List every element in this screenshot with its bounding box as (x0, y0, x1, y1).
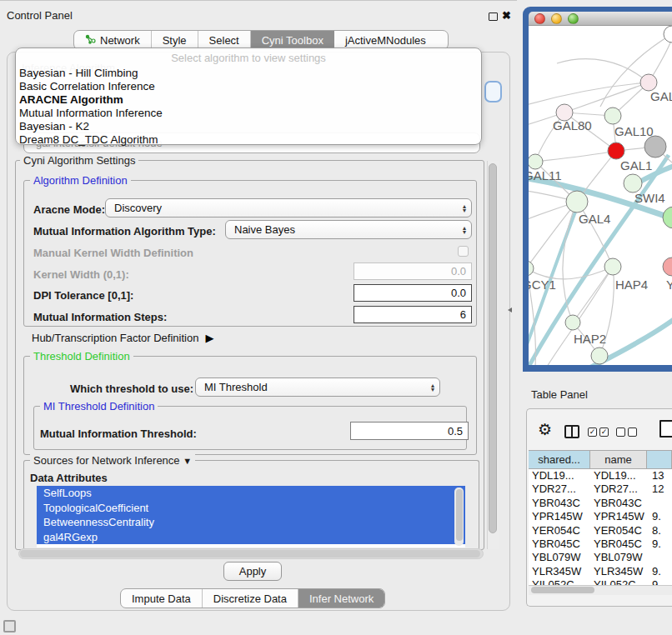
mi-algorithm-type-select[interactable]: Naive Bayes ▴▾ (225, 220, 472, 239)
tab-network[interactable]: Network (74, 31, 152, 49)
tab-discretize-data[interactable]: Discretize Data (203, 589, 298, 608)
dpi-tolerance-field[interactable]: 0.0 (354, 284, 472, 302)
column-layout-icon[interactable] (564, 425, 579, 438)
kernel-width-field[interactable]: 0.0 (354, 262, 472, 280)
gray-edge[interactable] (557, 59, 649, 82)
unchecked-checkbox-icon[interactable] (628, 428, 637, 437)
algorithm-option-mutual-information-inference[interactable]: Mutual Information Inference (19, 107, 478, 120)
table-row[interactable]: YDR27...YDR27...12 (529, 482, 672, 496)
network-node-gcy1[interactable] (529, 261, 534, 276)
table-row[interactable]: YIL052CYIL052C9. (529, 578, 672, 585)
apply-button[interactable]: Apply (223, 562, 282, 581)
table-cell: 8. (647, 524, 672, 538)
checked-checkbox-icon[interactable]: ✓ (599, 428, 609, 437)
node-label: HAP4 (615, 278, 648, 292)
network-node-y[interactable] (663, 258, 672, 276)
table-body[interactable]: YDL19...YDL19...13YDR27...YDR27...12YBR0… (529, 469, 672, 585)
table-header-row[interactable]: shared...name (529, 450, 672, 469)
table-cell: 9. (647, 565, 672, 578)
tab-infer-network[interactable]: Infer Network (298, 589, 384, 608)
settings-horizontal-scrollbar-thumb[interactable] (20, 550, 480, 558)
table-row[interactable]: YPR145WYPR145W9. (529, 510, 672, 523)
expand-right-icon: ▶ (205, 332, 213, 344)
kernel-width-label: Kernel Width (0,1): (33, 268, 129, 281)
algorithm-option-basic-correlation-inference[interactable]: Basic Correlation Inference (19, 80, 478, 93)
network-node-hap4[interactable] (604, 258, 621, 275)
table-cell: 9. (647, 578, 672, 585)
tab-cyni-toolbox[interactable]: Cyni Toolbox (251, 31, 334, 49)
data-attributes-list[interactable]: SelfLoopsTopologicalCoefficientBetweenne… (37, 486, 465, 548)
table-row[interactable]: YBL079WYBL079W (529, 551, 672, 564)
network-node-gal1[interactable] (608, 142, 624, 159)
window-zoom-icon[interactable] (568, 13, 579, 24)
gray-edge[interactable] (535, 151, 616, 162)
network-node[interactable] (591, 348, 608, 364)
table-row[interactable]: YER054CYER054C8. (529, 524, 672, 538)
manual-kernel-width-checkbox[interactable] (458, 246, 469, 257)
mi-threshold-field[interactable]: 0.5 (350, 422, 469, 440)
tab-select[interactable]: Select (198, 31, 251, 49)
checked-checkbox-icon[interactable]: ✓ (588, 428, 597, 437)
tab-style[interactable]: Style (152, 31, 198, 49)
algorithm-dropdown-popup: Select algorithm to view settings Bayesi… (15, 48, 482, 145)
table-cell: YLR345W (529, 565, 590, 578)
algorithm-option-bayesian-hill-climbing[interactable]: Bayesian - Hill Climbing (19, 67, 478, 80)
tab-jactivemnodules[interactable]: jActiveMNodules (334, 31, 437, 49)
network-node[interactable] (644, 136, 666, 158)
attribute-item-topologicalcoefficient[interactable]: TopologicalCoefficient (37, 501, 465, 516)
table-cell: 12 (647, 482, 672, 496)
unchecked-checkbox-icon[interactable] (616, 428, 625, 437)
table-row[interactable]: YLR345WYLR345W9. (529, 565, 672, 578)
settings-vertical-scrollbar-thumb[interactable] (489, 163, 497, 533)
gray-edge[interactable] (529, 202, 577, 268)
network-node-hap2[interactable] (565, 315, 580, 330)
column-header-partial[interactable] (647, 451, 672, 468)
gray-edge[interactable] (529, 82, 649, 107)
aracne-mode-select[interactable]: Discovery ▴▾ (105, 198, 472, 218)
network-node-gal[interactable] (640, 74, 657, 91)
network-node[interactable] (664, 26, 672, 42)
column-header-shared[interactable]: shared... (529, 451, 590, 468)
window-close-icon[interactable] (534, 13, 545, 24)
table-cell: YLR345W (590, 565, 647, 578)
table-row[interactable]: YBR043CYBR043C (529, 497, 672, 510)
tab-impute-data[interactable]: Impute Data (121, 589, 203, 608)
node-label: HAP2 (574, 332, 606, 346)
attribute-item-selfloops[interactable]: SelfLoops (37, 486, 465, 501)
table-horizontal-scrollbar-thumb[interactable] (531, 587, 594, 593)
collapse-down-icon: ▼ (183, 456, 192, 466)
attributes-scrollbar-thumb[interactable] (456, 489, 463, 541)
which-threshold-select[interactable]: MI Threshold ▴▾ (195, 378, 440, 397)
network-canvas[interactable]: GALGAL80GAL10GAL1GAL11SWI4GAL4GCY1HAP4YH… (529, 26, 672, 365)
network-node[interactable] (663, 207, 672, 228)
document-icon[interactable] (659, 420, 672, 438)
network-window-titlebar[interactable] (529, 12, 672, 26)
network-node-gal10[interactable] (604, 108, 621, 124)
algorithm-option-dream8-dc-tdc-algorithm[interactable]: Dream8 DC_TDC Algorithm (19, 133, 478, 147)
tab-label: Infer Network (309, 592, 374, 605)
hub-transcription-factor-expander[interactable]: Hub/Transcription Factor Definition ▶ (32, 332, 213, 344)
table-row[interactable]: YDL19...YDL19...13 (529, 469, 672, 482)
node-label: Y (666, 278, 672, 292)
tab-label: Select (209, 34, 239, 47)
gray-edge[interactable] (573, 267, 613, 322)
window-minimize-icon[interactable] (551, 13, 562, 24)
attribute-item-gal4rgexp[interactable]: gal4RGexp (37, 530, 465, 545)
split-pane-collapse-icon[interactable] (508, 308, 512, 312)
column-header-name[interactable]: name (590, 451, 647, 468)
close-icon[interactable]: ✖ (502, 9, 511, 22)
float-window-icon[interactable] (489, 12, 498, 21)
algorithm-option-aracne-algorithm[interactable]: ARACNE Algorithm (19, 93, 478, 107)
table-cell: YBR045C (529, 538, 590, 551)
mi-steps-field[interactable]: 6 (354, 306, 472, 323)
algorithm-option-bayesian-k2[interactable]: Bayesian - K2 (19, 120, 478, 133)
network-node-gal11[interactable] (529, 154, 543, 169)
collapsed-panel-icon[interactable] (3, 620, 16, 632)
network-node-gal4[interactable] (566, 191, 588, 212)
attribute-item-betweennesscentrality[interactable]: BetweennessCentrality (37, 515, 465, 530)
network-node-swi4[interactable] (624, 174, 642, 192)
sources-group-title[interactable]: Sources for Network Inference ▼ (30, 454, 195, 467)
node-label: GAL80 (553, 118, 592, 132)
gear-icon[interactable]: ⚙ (538, 420, 552, 439)
table-row[interactable]: YBR045CYBR045C9. (529, 538, 672, 551)
